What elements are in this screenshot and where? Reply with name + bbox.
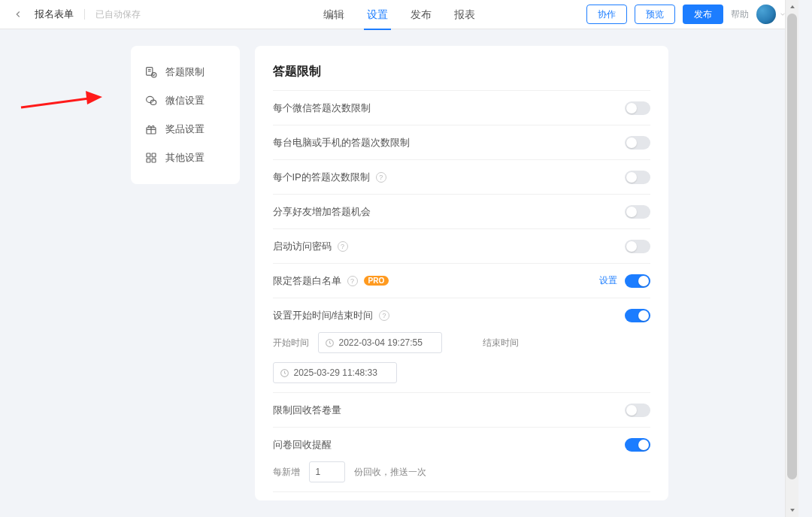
publish-button[interactable]: 发布	[683, 5, 723, 24]
toggle-whitelist[interactable]	[625, 274, 650, 288]
setting-label: 分享好友增加答题机会	[273, 205, 371, 219]
help-icon[interactable]: ?	[347, 276, 358, 286]
content: 答题限制 微信设置	[0, 29, 798, 500]
tab-edit[interactable]: 编辑	[317, 0, 350, 29]
svg-point-4	[146, 96, 153, 102]
toggle-device-limit[interactable]	[625, 136, 650, 150]
help-icon[interactable]: ?	[338, 241, 348, 252]
setting-label: 问卷回收提醒	[273, 438, 332, 452]
clock-icon	[280, 368, 289, 378]
svg-marker-17	[790, 5, 795, 8]
setting-device-limit: 每台电脑或手机的答题次数限制	[273, 125, 650, 159]
setting-label: 每个IP的答题次数限制	[273, 171, 370, 184]
setting-time-range-group: 设置开始时间/结束时间 ? 开始时间 2022-03-04 19:27:55 结…	[273, 298, 650, 392]
sidebar-item-other[interactable]: 其他设置	[131, 144, 240, 172]
preview-button[interactable]: 预览	[635, 5, 675, 24]
whitelist-configure-link[interactable]: 设置	[599, 274, 617, 287]
setting-label: 设置开始时间/结束时间	[273, 309, 374, 322]
start-time-input[interactable]: 2022-03-04 19:27:55	[318, 332, 442, 353]
start-time-value: 2022-03-04 19:27:55	[339, 337, 423, 348]
clock-icon	[325, 338, 335, 348]
collaborate-button[interactable]: 协作	[586, 5, 627, 24]
settings-sidebar: 答题限制 微信设置	[131, 46, 240, 184]
help-icon[interactable]: ?	[376, 172, 386, 183]
svg-rect-10	[152, 153, 156, 157]
pro-badge: PRO	[364, 276, 389, 286]
setting-label: 每个微信答题次数限制	[273, 101, 371, 115]
setting-recycle-alert: 问卷回收提醒	[273, 427, 650, 461]
setting-whitelist: 限定答题白名单 ? PRO 设置	[273, 263, 650, 298]
help-link[interactable]: 帮助	[731, 8, 749, 21]
tab-publish[interactable]: 发布	[404, 0, 438, 29]
scroll-up-button[interactable]	[786, 0, 798, 14]
toggle-wechat-limit[interactable]	[625, 101, 650, 115]
back-arrow-icon[interactable]	[12, 8, 24, 20]
toggle-share-chance[interactable]	[625, 205, 650, 219]
setting-label: 限定答题白名单	[273, 274, 341, 288]
setting-share-chance: 分享好友增加答题机会	[273, 194, 650, 228]
auto-saved-label: 已自动保存	[95, 8, 141, 21]
end-time-input[interactable]: 2025-03-29 11:48:33	[273, 362, 397, 383]
topbar-right: 协作 预览 发布 帮助	[586, 5, 786, 24]
setting-collect-limit: 限制回收答卷量	[273, 392, 650, 427]
setting-label: 限制回收答卷量	[273, 404, 341, 417]
setting-time-range: 设置开始时间/结束时间 ?	[273, 298, 650, 332]
time-range-fields: 开始时间 2022-03-04 19:27:55 结束时间 2025-03-29…	[273, 332, 650, 392]
gift-icon	[144, 122, 158, 136]
recycle-prefix: 每新增	[273, 466, 300, 479]
setting-wechat-only: 只能通过微信作答	[273, 491, 650, 500]
sidebar-item-label: 其他设置	[165, 151, 205, 165]
sidebar-item-prize[interactable]: 奖品设置	[131, 115, 240, 144]
answer-limit-panel: 答题限制 每个微信答题次数限制 每台电脑或手机的答题次数限制 每个IP的答题次数…	[255, 46, 668, 500]
end-time-label: 结束时间	[483, 337, 519, 349]
window-scrollbar[interactable]	[785, 0, 798, 517]
toggle-recycle-alert[interactable]	[625, 438, 650, 452]
recycle-alert-fields: 每新增 1 份回收，推送一次	[273, 461, 650, 491]
svg-rect-12	[152, 159, 156, 162]
form-title: 报名表单	[35, 8, 74, 21]
setting-access-password: 启动访问密码 ?	[273, 228, 650, 263]
toggle-time-range[interactable]	[625, 309, 650, 322]
end-time-value: 2025-03-29 11:48:33	[294, 367, 377, 378]
start-time-label: 开始时间	[273, 337, 309, 349]
recycle-suffix: 份回收，推送一次	[354, 466, 426, 479]
sidebar-item-answer-limit[interactable]: 答题限制	[131, 58, 240, 86]
sidebar-item-wechat[interactable]: 微信设置	[131, 86, 240, 115]
svg-rect-9	[147, 153, 150, 157]
setting-wechat-limit: 每个微信答题次数限制	[273, 90, 650, 125]
help-icon[interactable]: ?	[379, 310, 389, 321]
scroll-down-button[interactable]	[786, 503, 798, 517]
recycle-count-value: 1	[316, 467, 321, 477]
setting-ip-limit: 每个IP的答题次数限制 ?	[273, 159, 650, 194]
toggle-ip-limit[interactable]	[625, 171, 650, 184]
grid-icon	[144, 151, 158, 165]
topbar-tabs: 编辑 设置 发布 报表	[317, 0, 481, 29]
sidebar-item-label: 答题限制	[165, 65, 205, 79]
toggle-access-password[interactable]	[625, 240, 650, 253]
tab-settings[interactable]: 设置	[361, 0, 394, 29]
divider	[84, 9, 85, 20]
panel-title: 答题限制	[273, 64, 650, 80]
topbar-left: 报名表单 已自动保存	[12, 8, 141, 21]
toggle-collect-limit[interactable]	[625, 404, 650, 417]
setting-label: 每台电脑或手机的答题次数限制	[273, 136, 410, 150]
recycle-count-input[interactable]: 1	[309, 461, 345, 482]
avatar[interactable]	[756, 5, 776, 24]
wechat-icon	[144, 94, 158, 107]
answer-limit-icon	[144, 65, 158, 79]
tab-reports[interactable]: 报表	[448, 0, 481, 29]
scrollbar-thumb[interactable]	[787, 14, 797, 479]
sidebar-item-label: 微信设置	[165, 94, 205, 107]
top-bar: 报名表单 已自动保存 编辑 设置 发布 报表 协作 预览 发布 帮助	[0, 0, 798, 29]
setting-recycle-alert-group: 问卷回收提醒 每新增 1 份回收，推送一次	[273, 427, 650, 491]
svg-marker-18	[790, 509, 795, 512]
svg-rect-11	[147, 159, 150, 162]
setting-label: 启动访问密码	[273, 240, 332, 253]
sidebar-item-label: 奖品设置	[165, 122, 205, 136]
